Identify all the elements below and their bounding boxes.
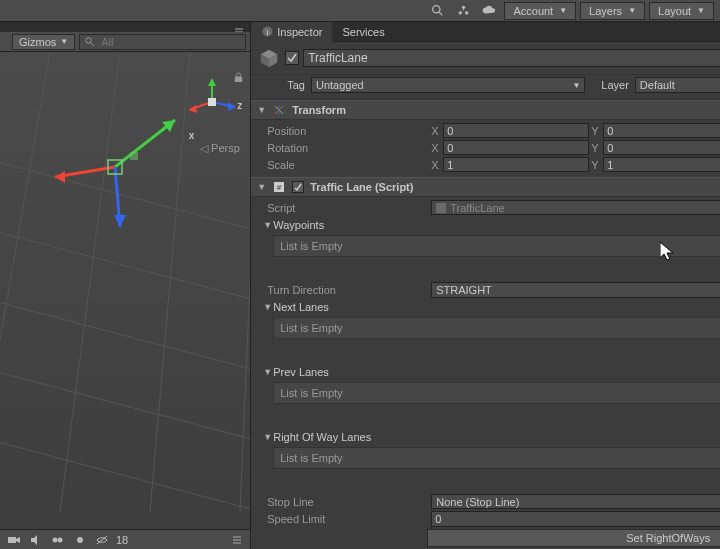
- row-lanes-header[interactable]: ▼ Right Of Way Lanes: [257, 428, 720, 445]
- next-lanes-header[interactable]: ▼ Next Lanes: [257, 298, 720, 315]
- waypoints-header[interactable]: ▼ Waypoints: [257, 216, 720, 233]
- gizmos-label: Gizmos: [19, 36, 56, 48]
- svg-marker-30: [228, 102, 236, 111]
- svg-line-41: [97, 536, 107, 544]
- rotation-y-field[interactable]: [603, 140, 720, 155]
- active-checkbox[interactable]: [285, 51, 299, 65]
- gizmo-lock-icon[interactable]: [233, 72, 244, 83]
- speed-limit-field[interactable]: [431, 511, 720, 527]
- account-label: Account: [513, 5, 553, 17]
- rotation-label: Rotation: [257, 142, 427, 154]
- prev-lanes-list: List is Empty: [273, 382, 720, 404]
- prev-lanes-header[interactable]: ▼ Prev Lanes: [257, 363, 720, 380]
- layer-label: Layer: [601, 79, 629, 91]
- svg-point-38: [53, 537, 58, 542]
- chevron-down-icon: ▼: [572, 81, 580, 90]
- speed-limit-label: Speed Limit: [257, 513, 427, 525]
- transform-title: Transform: [292, 104, 720, 116]
- svg-point-39: [58, 537, 63, 542]
- search-icon: [84, 36, 95, 47]
- search-icon[interactable]: [426, 2, 448, 20]
- traffic-lane-title: Traffic Lane (Script): [310, 181, 720, 193]
- svg-text:#: #: [277, 183, 282, 192]
- waypoints-list: List is Empty: [273, 235, 720, 257]
- fx-icon[interactable]: [50, 532, 66, 548]
- layer-dropdown[interactable]: Default ▼: [635, 77, 720, 93]
- tab-services-label: Services: [342, 26, 384, 38]
- gizmos-dropdown[interactable]: Gizmos ▼: [12, 34, 75, 50]
- scene-statusbar: 18: [0, 529, 250, 549]
- projection-label[interactable]: ◁ Persp: [200, 142, 240, 155]
- set-rightofways-button[interactable]: Set RightOfWays: [427, 529, 720, 547]
- inspector-panel: i Inspector Services: [251, 22, 720, 549]
- axis-x-label: x: [189, 130, 195, 141]
- rotation-x-field[interactable]: [443, 140, 589, 155]
- traffic-lane-body: Script TrafficLane ▼ Waypoints Lis: [251, 197, 720, 549]
- script-label: Script: [257, 202, 427, 214]
- script-asset-icon: [436, 203, 446, 213]
- light-icon[interactable]: [72, 532, 88, 548]
- tab-inspector[interactable]: i Inspector: [251, 22, 332, 42]
- traffic-lane-header[interactable]: ▼ # Traffic Lane (Script) ? ⋮: [251, 177, 720, 197]
- foldout-icon: ▼: [263, 302, 273, 312]
- axis-z-label: z: [237, 100, 242, 111]
- chevron-down-icon: ▼: [628, 6, 636, 15]
- svg-line-1: [439, 12, 442, 15]
- foldout-icon: ▼: [263, 220, 273, 230]
- transform-body: Position X Y Z Rotation X Y Z: [251, 120, 720, 177]
- mute-icon[interactable]: [28, 532, 44, 548]
- position-y-field[interactable]: [603, 123, 720, 138]
- svg-text:i: i: [266, 28, 268, 37]
- turn-direction-dropdown[interactable]: STRAIGHT ▼: [431, 282, 720, 298]
- svg-marker-24: [114, 215, 126, 227]
- collab-icon[interactable]: [452, 2, 474, 20]
- tag-label: Tag: [287, 79, 305, 91]
- cloud-icon[interactable]: [478, 2, 500, 20]
- tab-inspector-label: Inspector: [277, 26, 322, 38]
- svg-rect-34: [235, 77, 242, 83]
- next-lanes-list: List is Empty: [273, 317, 720, 339]
- svg-line-12: [0, 292, 250, 382]
- scene-search[interactable]: [79, 34, 246, 50]
- info-icon: i: [261, 26, 273, 38]
- tag-dropdown[interactable]: Untagged ▼: [311, 77, 585, 93]
- scene-search-input[interactable]: [99, 35, 241, 49]
- position-x-field[interactable]: [443, 123, 589, 138]
- script-enable-checkbox[interactable]: [292, 181, 304, 193]
- prev-lanes-label: Prev Lanes: [273, 366, 720, 378]
- chevron-down-icon: ▼: [697, 6, 705, 15]
- svg-point-2: [462, 6, 465, 9]
- foldout-icon: ▼: [263, 367, 273, 377]
- camera-icon[interactable]: [6, 532, 22, 548]
- statusbar-menu-icon[interactable]: [230, 530, 244, 550]
- svg-rect-26: [130, 152, 138, 160]
- tag-layer-row: Tag Untagged ▼ Layer Default ▼: [251, 75, 720, 100]
- transform-header[interactable]: ▼ Transform ? ⋮: [251, 100, 720, 120]
- svg-rect-35: [8, 537, 16, 543]
- scene-viewport[interactable]: x z ◁ Persp: [0, 52, 250, 529]
- turn-direction-label: Turn Direction: [257, 284, 427, 296]
- panel-tabs: i Inspector Services: [251, 22, 720, 42]
- stop-line-reference[interactable]: None (Stop Line): [431, 494, 720, 509]
- layers-dropdown[interactable]: Layers ▼: [580, 2, 645, 20]
- row-lanes-label: Right Of Way Lanes: [273, 431, 720, 443]
- scale-y-field[interactable]: [603, 157, 720, 172]
- svg-marker-28: [188, 105, 197, 113]
- layers-label: Layers: [589, 5, 622, 17]
- foldout-icon: ▼: [263, 432, 273, 442]
- transform-icon: [272, 103, 286, 117]
- account-dropdown[interactable]: Account ▼: [504, 2, 576, 20]
- layout-dropdown[interactable]: Layout ▼: [649, 2, 714, 20]
- svg-marker-36: [16, 537, 20, 543]
- svg-line-21: [115, 120, 175, 167]
- svg-line-13: [0, 362, 250, 452]
- svg-marker-37: [31, 535, 37, 545]
- scene-view-panel: Gizmos ▼: [0, 22, 251, 549]
- svg-line-9: [91, 43, 94, 46]
- hidden-icon[interactable]: [94, 532, 110, 548]
- scale-x-field[interactable]: [443, 157, 589, 172]
- object-name-field[interactable]: TrafficLane: [303, 49, 720, 67]
- gameobject-icon[interactable]: [257, 46, 281, 70]
- next-lanes-label: Next Lanes: [273, 301, 720, 313]
- tab-services[interactable]: Services: [332, 22, 394, 42]
